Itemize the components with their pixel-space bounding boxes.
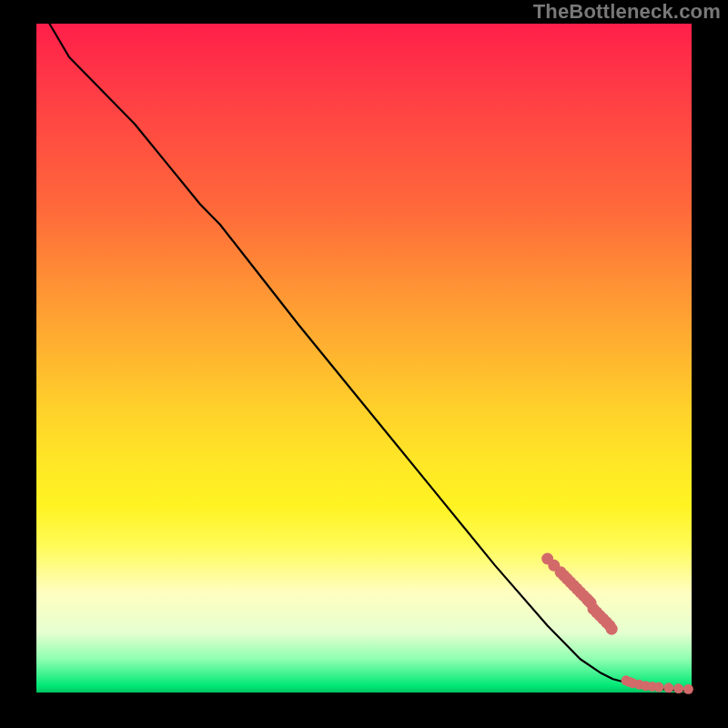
data-point bbox=[673, 683, 683, 693]
plot-area bbox=[36, 24, 692, 693]
markers-upper-cluster bbox=[541, 553, 618, 635]
data-point bbox=[683, 684, 693, 694]
data-point bbox=[663, 682, 673, 693]
attribution-label: TheBottleneck.com bbox=[533, 0, 721, 24]
chart-frame: TheBottleneck.com bbox=[0, 0, 728, 728]
markers-lower-cluster bbox=[622, 675, 693, 694]
bottleneck-curve-line bbox=[49, 24, 692, 692]
chart-svg bbox=[36, 24, 692, 693]
data-point bbox=[606, 623, 618, 635]
data-point bbox=[654, 682, 664, 693]
